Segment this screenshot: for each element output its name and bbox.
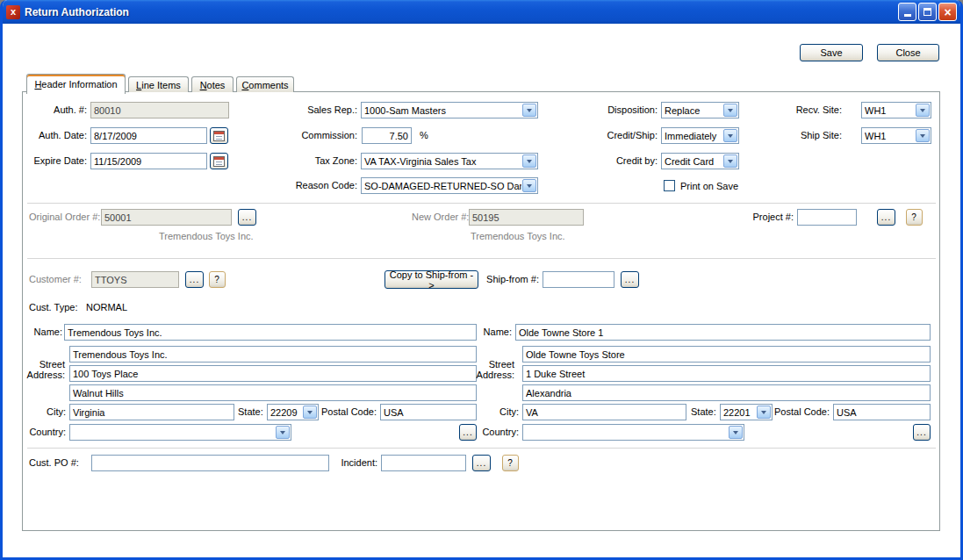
incident-input[interactable] [381, 455, 466, 471]
save-button[interactable]: Save [800, 44, 863, 61]
chevron-down-icon[interactable] [522, 104, 536, 117]
minimize-button[interactable] [898, 3, 916, 21]
close-icon: × [944, 6, 951, 18]
chevron-down-icon[interactable] [757, 406, 771, 419]
maximize-button[interactable] [918, 3, 937, 21]
auth-date-calendar-button[interactable] [210, 127, 228, 144]
original-order-label: Original Order #: [29, 212, 100, 223]
chevron-down-icon[interactable] [723, 104, 737, 117]
calendar-icon [213, 156, 225, 167]
recv-site-value: WH1 [865, 105, 915, 116]
billing-state-label: State: [238, 406, 263, 418]
incident-label: Incident: [332, 457, 377, 469]
commission-input[interactable] [362, 127, 412, 144]
incident-help-button[interactable]: ? [502, 455, 519, 471]
customer-browse-button[interactable]: ... [185, 271, 204, 288]
shipfrom-street-label: Street Address: [472, 359, 514, 380]
project-input[interactable] [797, 209, 857, 226]
tax-zone-combo[interactable]: VA TAX-Virginia Sales Tax [361, 153, 538, 169]
disposition-value: Replace [665, 105, 722, 116]
shipfrom-name-label: Name: [477, 327, 512, 338]
billing-postal-label: Postal Code: [321, 406, 377, 418]
billing-country-label: Country: [23, 427, 66, 438]
shipfrom-name-input[interactable] [515, 324, 931, 341]
return-authorization-window: x Return Authorization × Save Close Head… [0, 0, 963, 560]
shipfrom-country-combo[interactable] [522, 424, 744, 441]
billing-country-combo[interactable] [69, 424, 291, 441]
reason-code-value: SO-DAMAGED-RETURNED-SO Damage [364, 181, 521, 191]
chevron-down-icon[interactable] [303, 406, 317, 419]
tab-header-information[interactable]: Header Information [26, 74, 126, 94]
copy-to-shipfrom-button[interactable]: Copy to Ship-from -> [384, 270, 478, 289]
tab-label: Comments [241, 80, 288, 90]
disposition-combo[interactable]: Replace [661, 102, 739, 118]
shipfrom-postal-input[interactable] [833, 404, 931, 420]
billing-address-browse-button[interactable]: ... [459, 424, 477, 441]
billing-street2-input[interactable] [69, 365, 477, 382]
expire-date-input[interactable] [90, 153, 207, 169]
calendar-icon [213, 131, 225, 141]
shipfrom-address-browse-button[interactable]: ... [913, 424, 931, 441]
sales-rep-combo[interactable]: 1000-Sam Masters [361, 102, 538, 118]
billing-state-combo[interactable]: 22209 [267, 404, 319, 420]
chevron-down-icon[interactable] [916, 129, 930, 142]
chevron-down-icon[interactable] [522, 154, 536, 168]
tax-zone-label: Tax Zone: [277, 155, 357, 167]
billing-city-label: City: [31, 406, 66, 418]
shipfrom-state-value: 22201 [723, 407, 756, 418]
billing-name-label: Name: [27, 327, 62, 338]
original-order-browse-button[interactable]: ... [238, 209, 256, 226]
header-information-panel: Auth. #: Sales Rep.: 1000-Sam Masters Di… [22, 91, 940, 531]
recv-site-combo[interactable]: WH1 [861, 102, 931, 118]
ship-site-combo[interactable]: WH1 [861, 127, 931, 144]
sales-rep-value: 1000-Sam Masters [364, 105, 521, 116]
credit-by-value: Credit Card [665, 156, 722, 167]
print-on-save-checkbox[interactable] [664, 180, 675, 191]
reason-code-combo[interactable]: SO-DAMAGED-RETURNED-SO Damage [361, 177, 538, 194]
shipfrom-city-input[interactable] [522, 404, 686, 420]
incident-browse-button[interactable]: ... [472, 455, 491, 471]
window-title: Return Authorization [25, 6, 898, 18]
shipfrom-street1-input[interactable] [522, 346, 931, 363]
chevron-down-icon[interactable] [916, 104, 930, 117]
close-button[interactable]: Close [877, 44, 939, 61]
expire-date-calendar-button[interactable] [210, 153, 228, 169]
print-on-save-label: Print on Save [680, 181, 738, 192]
shipfrom-state-combo[interactable]: 22201 [720, 404, 773, 420]
credit-by-combo[interactable]: Credit Card [661, 153, 739, 169]
tab-line-items[interactable]: Line Items [128, 76, 189, 92]
billing-postal-input[interactable] [380, 404, 477, 420]
customer-help-button[interactable]: ? [209, 271, 226, 288]
customer-number-label: Customer #: [29, 274, 82, 285]
ship-site-value: WH1 [865, 131, 915, 141]
shipfrom-street2-input[interactable] [522, 365, 931, 382]
chevron-down-icon[interactable] [522, 179, 536, 192]
ship-from-input[interactable] [543, 271, 614, 288]
app-icon: x [6, 5, 20, 19]
chevron-down-icon[interactable] [276, 426, 290, 439]
billing-city-input[interactable] [69, 404, 234, 420]
project-help-button[interactable]: ? [906, 209, 923, 226]
chevron-down-icon[interactable] [729, 426, 743, 439]
tab-bar: Header Information Line Items Notes Comm… [26, 74, 297, 94]
billing-street1-input[interactable] [69, 346, 477, 363]
billing-street3-input[interactable] [69, 384, 477, 401]
shipfrom-street3-input[interactable] [522, 384, 931, 401]
credit-ship-combo[interactable]: Immediately [661, 127, 739, 144]
chevron-down-icon[interactable] [723, 129, 737, 142]
cust-type-value: NORMAL [86, 302, 127, 313]
cust-po-input[interactable] [91, 455, 329, 471]
credit-ship-label: Credit/Ship: [585, 130, 658, 141]
billing-name-input[interactable] [64, 324, 477, 341]
auth-date-input[interactable] [90, 127, 207, 144]
titlebar[interactable]: x Return Authorization × [0, 0, 963, 24]
tab-notes[interactable]: Notes [191, 76, 234, 92]
project-browse-button[interactable]: ... [877, 209, 895, 226]
ship-from-browse-button[interactable]: ... [621, 271, 639, 288]
shipfrom-country-label: Country: [476, 427, 519, 438]
disposition-label: Disposition: [585, 104, 658, 116]
chevron-down-icon[interactable] [723, 154, 737, 168]
tab-comments[interactable]: Comments [236, 76, 294, 92]
close-window-button[interactable]: × [938, 3, 957, 21]
new-order-customer-caption: Tremendous Toys Inc. [471, 231, 565, 242]
